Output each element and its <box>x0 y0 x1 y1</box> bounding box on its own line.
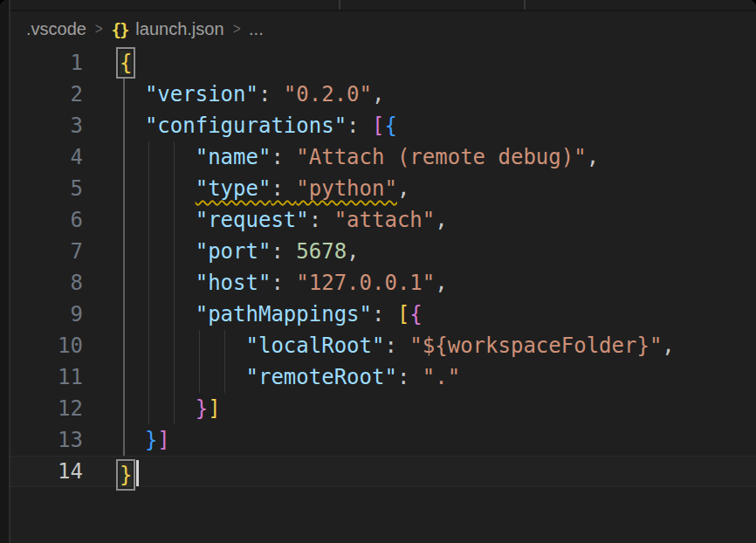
editor[interactable]: 1{2 "version": "0.2.0",3 "configurations… <box>10 47 756 487</box>
code-line[interactable]: 11 "remoteRoot": "." <box>10 361 756 393</box>
warning-squiggle: "type": "python" <box>196 176 397 201</box>
indent-guide <box>148 393 150 424</box>
line-number[interactable]: 14 <box>10 456 120 487</box>
line-number[interactable]: 11 <box>10 361 120 393</box>
token-punct: , <box>397 176 409 201</box>
tab-separator <box>339 0 340 10</box>
indent-guide <box>123 173 125 204</box>
indent-guide <box>148 236 150 267</box>
token-ws <box>120 145 196 169</box>
token-punct: : <box>271 271 296 295</box>
indent-guide <box>148 299 150 330</box>
indent-guide <box>123 299 125 330</box>
indent-guide <box>148 173 150 204</box>
token-punct: , <box>435 208 447 232</box>
indent-guide <box>123 79 125 110</box>
vscode-window: .vscode > {} launch.json > ... 1{2 "vers… <box>0 0 756 543</box>
breadcrumb-file[interactable]: launch.json <box>135 19 223 39</box>
token-punct: , <box>372 82 384 107</box>
indent-guide <box>224 361 226 393</box>
editor-lines: 1{2 "version": "0.2.0",3 "configurations… <box>10 47 756 487</box>
chevron-right-icon: > <box>232 19 240 38</box>
token-ws <box>120 239 196 264</box>
token-b3: { <box>384 113 396 138</box>
code-content: "request": "attach", <box>120 204 756 236</box>
code-line[interactable]: 9 "pathMappings": [{ <box>10 299 756 330</box>
code-content: "configurations": [{ <box>120 110 756 141</box>
code-line[interactable]: 2 "version": "0.2.0", <box>10 79 756 110</box>
code-content: }] <box>120 393 756 424</box>
indent-guide <box>148 330 150 361</box>
line-number[interactable]: 13 <box>10 424 120 456</box>
indent-guide <box>123 110 125 141</box>
code-content: { <box>120 47 756 79</box>
chevron-right-icon: > <box>95 19 103 38</box>
token-key: "version" <box>145 82 258 107</box>
line-number[interactable]: 1 <box>10 47 120 79</box>
tab-bar-strip <box>10 0 756 11</box>
indent-guide <box>174 299 175 330</box>
code-content: "port": 5678, <box>120 236 756 267</box>
token-ws <box>120 365 246 389</box>
line-number[interactable]: 12 <box>10 393 120 424</box>
token-b1: [ <box>397 302 409 326</box>
breadcrumb-folder[interactable]: .vscode <box>26 19 86 39</box>
indent-guide <box>224 330 226 361</box>
token-key: "pathMappings" <box>196 302 372 326</box>
line-number[interactable]: 6 <box>10 204 120 236</box>
line-number[interactable]: 5 <box>10 173 120 204</box>
line-number[interactable]: 3 <box>10 110 120 141</box>
line-number[interactable]: 2 <box>10 79 120 110</box>
token-punct: : <box>271 145 296 169</box>
token-num: 5678 <box>296 239 347 264</box>
indent-guide <box>174 204 175 236</box>
indent-guide <box>174 173 175 204</box>
line-number[interactable]: 8 <box>10 267 120 299</box>
token-punct: : <box>271 176 296 201</box>
line-number[interactable]: 9 <box>10 299 120 330</box>
code-content: "type": "python", <box>120 173 756 204</box>
code-content: "localRoot": "${workspaceFolder}", <box>120 330 756 361</box>
token-str: "127.0.0.1" <box>296 271 435 295</box>
token-punct: : <box>347 113 372 138</box>
token-key: "host" <box>196 271 271 295</box>
indent-guide <box>174 236 175 267</box>
token-key: "remoteRoot" <box>246 365 397 389</box>
indent-guide <box>148 204 150 236</box>
code-content: "version": "0.2.0", <box>120 79 756 110</box>
indent-guide <box>123 330 125 361</box>
tab-separator <box>524 0 526 10</box>
breadcrumb-symbol-picker[interactable]: ... <box>249 19 264 39</box>
token-str: "python" <box>296 176 397 201</box>
line-number[interactable]: 10 <box>10 330 120 361</box>
code-line[interactable]: 7 "port": 5678, <box>10 236 756 267</box>
indent-guide <box>148 267 150 299</box>
token-ws <box>120 176 196 201</box>
code-line[interactable]: 12 }] <box>10 393 756 424</box>
token-key: "type" <box>196 176 271 201</box>
code-line[interactable]: 4 "name": "Attach (remote debug)", <box>10 141 756 173</box>
line-number[interactable]: 7 <box>10 236 120 267</box>
indent-guide <box>123 204 125 236</box>
code-content: "host": "127.0.0.1", <box>120 267 756 299</box>
window-left-border <box>0 0 10 543</box>
code-line[interactable]: 10 "localRoot": "${workspaceFolder}", <box>10 330 756 361</box>
token-punct: : <box>271 239 296 264</box>
code-line[interactable]: 13 }] <box>10 424 756 456</box>
token-punct: , <box>662 333 674 358</box>
matched-bracket: } <box>120 463 132 487</box>
code-line[interactable]: 14} <box>10 456 756 487</box>
line-number[interactable]: 4 <box>10 141 120 173</box>
code-line[interactable]: 1{ <box>10 47 756 79</box>
token-str: "0.2.0" <box>284 82 372 107</box>
token-key: "port" <box>196 239 271 264</box>
code-line[interactable]: 3 "configurations": [{ <box>10 110 756 141</box>
token-key: "localRoot" <box>246 333 385 358</box>
code-line[interactable]: 6 "request": "attach", <box>10 204 756 236</box>
code-line[interactable]: 5 "type": "python", <box>10 173 756 204</box>
token-str: "Attach (remote debug)" <box>296 145 586 169</box>
code-line[interactable]: 8 "host": "127.0.0.1", <box>10 267 756 299</box>
token-punct: , <box>435 271 447 295</box>
text-cursor <box>136 460 139 486</box>
breadcrumb: .vscode > {} launch.json > ... <box>10 11 756 47</box>
